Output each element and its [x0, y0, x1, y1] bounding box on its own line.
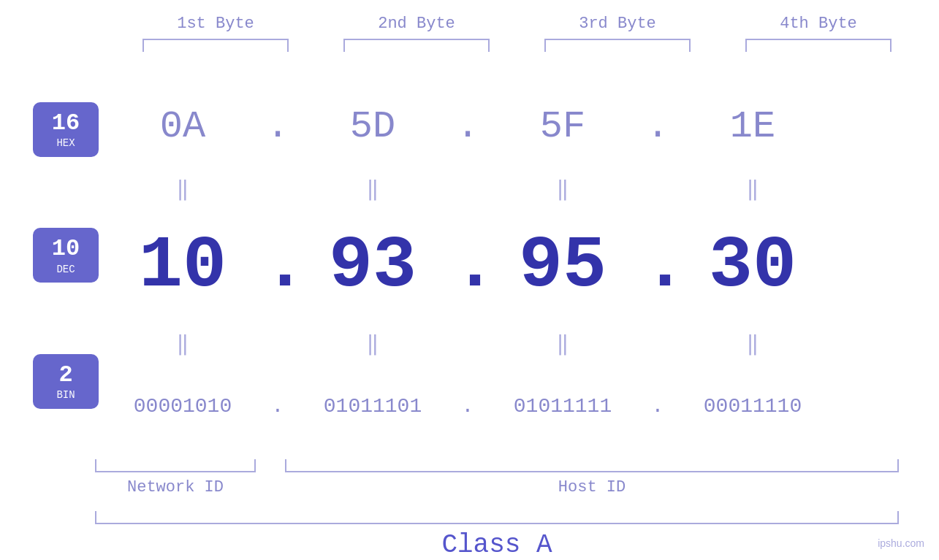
- bracket-top-1: [142, 39, 289, 52]
- dec-byte1: 10: [102, 225, 263, 307]
- bin-byte3: 01011111: [482, 395, 643, 418]
- bin-dot3: .: [643, 395, 672, 418]
- hex-byte2: 5D: [292, 105, 453, 148]
- eq1-1: ‖: [102, 177, 263, 202]
- equals-row-1: ‖ ‖ ‖ ‖: [102, 174, 924, 204]
- equals-row-2: ‖ ‖ ‖ ‖: [102, 329, 924, 358]
- hex-row: 0A . 5D . 5F . 1E: [102, 98, 924, 156]
- eq1-2: ‖: [292, 177, 453, 202]
- hex-badge: 16 HEX: [33, 102, 99, 157]
- bracket-top-3: [544, 39, 691, 52]
- class-label: Class A: [95, 530, 899, 560]
- eq1-4: ‖: [672, 177, 833, 202]
- hex-byte1: 0A: [102, 105, 263, 148]
- bracket-top-2: [343, 39, 490, 52]
- eq2-4: ‖: [672, 331, 833, 356]
- dec-byte4: 30: [672, 225, 833, 307]
- host-bracket: [285, 459, 899, 472]
- network-id-label: Network ID: [95, 478, 256, 496]
- bin-badge: 2 BIN: [33, 354, 99, 409]
- bin-dot1: .: [263, 395, 292, 418]
- top-brackets: [115, 39, 919, 52]
- class-bracket: [95, 511, 899, 524]
- main-container: 1st Byte 2nd Byte 3rd Byte 4th Byte 16 H…: [0, 0, 939, 560]
- eq2-3: ‖: [482, 331, 643, 356]
- dec-row: 10 . 93 . 95 . 30: [102, 223, 924, 310]
- hex-dot1: .: [263, 105, 292, 148]
- bin-byte4: 00011110: [672, 395, 833, 418]
- bracket-top-4: [745, 39, 892, 52]
- byte1-header: 1st Byte: [135, 15, 296, 33]
- dec-dot1: .: [263, 225, 292, 307]
- bin-row: 00001010 . 01011101 . 01011111 . 0001111…: [102, 377, 924, 435]
- eq2-2: ‖: [292, 331, 453, 356]
- dec-byte2: 93: [292, 225, 453, 307]
- bin-byte1: 00001010: [102, 395, 263, 418]
- dec-badge: 10 DEC: [33, 228, 99, 283]
- hex-byte3: 5F: [482, 105, 643, 148]
- hex-dot2: .: [453, 105, 482, 148]
- hex-dot3: .: [643, 105, 672, 148]
- eq1-3: ‖: [482, 177, 643, 202]
- dec-dot3: .: [643, 225, 672, 307]
- byte3-header: 3rd Byte: [537, 15, 698, 33]
- byte-headers: 1st Byte 2nd Byte 3rd Byte 4th Byte: [115, 15, 919, 33]
- host-id-label: Host ID: [285, 478, 899, 496]
- hex-byte4: 1E: [672, 105, 833, 148]
- bin-dot2: .: [453, 395, 482, 418]
- bin-byte2: 01011101: [292, 395, 453, 418]
- dec-dot2: .: [453, 225, 482, 307]
- network-bracket: [95, 459, 256, 472]
- watermark: ipshu.com: [878, 537, 924, 549]
- byte4-header: 4th Byte: [738, 15, 899, 33]
- dec-byte3: 95: [482, 225, 643, 307]
- eq2-1: ‖: [102, 331, 263, 356]
- byte2-header: 2nd Byte: [336, 15, 497, 33]
